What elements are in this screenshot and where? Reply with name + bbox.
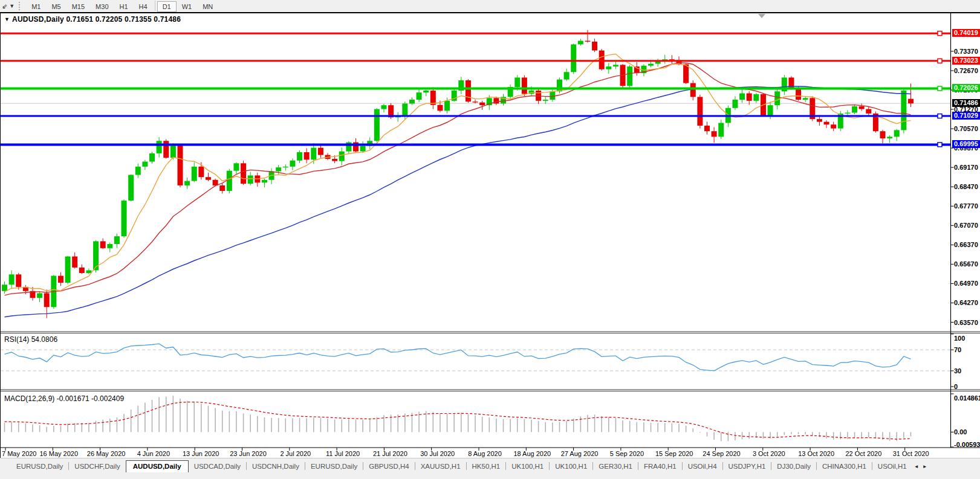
top-toolbar: ⇙ ▼ M1M5M15M30H1H4D1W1MN [0,0,980,13]
price-tick-label: 0.73370 [954,48,978,55]
price-tick-label: 0.65670 [954,260,978,268]
symbol-caret-icon[interactable]: ▼ [4,16,10,22]
tab-usdcnh-daily[interactable]: USDCNH,Daily [247,461,305,473]
date-label: 21 Jul 2020 [366,450,414,457]
macd-tick-label: -0.005938 [954,441,980,448]
tab-china300-h1[interactable]: CHINA300,H1 [817,461,872,473]
rsi-tick-label: 70 [954,346,961,353]
rsi-tick-label: 0 [954,383,958,390]
chart-window[interactable]: ▼AUDUSD,Daily 0.71651 0.72205 0.71355 0.… [0,12,980,459]
date-label: 18 Aug 2020 [508,450,556,457]
date-label: 27 Aug 2020 [556,450,604,457]
timeframe-button-m15[interactable]: M15 [67,1,90,12]
timeframe-button-h4[interactable]: H4 [134,1,153,12]
timeframe-button-d1[interactable]: D1 [157,1,177,12]
tab-usoil-h1[interactable]: USOil,H1 [872,461,912,473]
date-label: 4 Jun 2020 [129,450,178,457]
date-label: 11 Jul 2020 [319,450,367,457]
tab-hk50-h1[interactable]: HK50,H1 [467,461,506,473]
date-label: 13 Jun 2020 [177,450,225,457]
chart-header: ▼AUDUSD,Daily 0.71651 0.72205 0.71355 0.… [4,15,181,24]
timeframe-button-m1[interactable]: M1 [26,1,46,12]
cursor-tool-icon[interactable]: ⇙ [2,1,7,11]
chart-shift-marker-icon [758,14,765,18]
rsi-tick-label: 100 [954,335,965,342]
rsi-pane [1,344,950,371]
tab-eurusd-daily[interactable]: EURUSD,Daily [11,461,68,473]
price-tick-label: 0.70570 [954,125,978,132]
tab-audusd-daily[interactable]: AUDUSD,Daily [126,460,189,474]
date-label: 13 Oct 2020 [792,450,840,457]
date-label: 31 Oct 2020 [887,450,935,457]
toolbar-divider [155,1,155,11]
tab-ger30-h1[interactable]: GER30,H1 [593,461,638,473]
tool-dropdown-caret-icon[interactable]: ▼ [9,3,15,9]
toolbar-grip[interactable] [19,2,22,10]
date-label: 2 Jul 2020 [271,450,320,457]
price-tick-label: 0.64270 [954,299,978,306]
timeframe-button-mn[interactable]: MN [197,1,218,12]
tab-uk100-h1[interactable]: UK100,H1 [506,461,549,473]
timeframe-button-h1[interactable]: H1 [114,1,134,12]
price-tick-label: 0.72670 [954,67,978,74]
tab-usdchf-daily[interactable]: USDCHF,Daily [69,461,125,473]
date-label: 24 Sep 2020 [698,450,746,457]
main-price-pane [1,30,950,318]
macd-tick-label: 0.00 [954,428,967,436]
tab-gbpusd-h4[interactable]: GBPUSD,H4 [363,461,414,473]
timeframe-button-m30[interactable]: M30 [90,1,114,12]
candles-layer [2,30,913,318]
tab-scroll-left-icon[interactable]: ◄ [912,464,921,473]
pane-frame [1,13,980,451]
date-label: 23 Jun 2020 [224,450,273,457]
current-price-chip: 0.71486 [952,99,980,107]
price-tick-label: 0.69170 [954,164,978,171]
date-label: 16 May 2020 [34,450,83,457]
level-price-chip: 0.71029 [952,112,980,120]
date-label: 30 Jul 2020 [414,450,462,457]
date-label: 15 Sep 2020 [650,450,698,457]
chart-header-text: AUDUSD,Daily 0.71651 0.72205 0.71355 0.7… [12,15,181,24]
tab-usdcad-daily[interactable]: USDCAD,Daily [189,461,246,473]
level-price-chip: 0.69995 [952,140,980,148]
price-chart-canvas[interactable] [1,13,980,460]
ma-50-line [5,86,911,317]
tab-scroll-right-icon[interactable]: ► [921,464,929,473]
date-label: 5 Sep 2020 [603,450,651,457]
tab-xauusd-h1[interactable]: XAUUSD,H1 [415,461,466,473]
date-label: 3 Oct 2020 [745,450,793,457]
macd-indicator-label: MACD(12,26,9) -0.001671 -0.002409 [4,394,124,403]
date-label: 22 Oct 2020 [839,450,888,457]
tab-usoil-h4[interactable]: USOil,H4 [683,461,722,473]
tab-eurusd-daily[interactable]: EURUSD,Daily [305,461,363,473]
date-label: 8 Aug 2020 [461,450,509,457]
timeframe-button-m5[interactable]: M5 [46,1,66,12]
price-tick-label: 0.68470 [954,183,978,190]
chart-tab-bar: EURUSD,DailyUSDCHF,DailyAUDUSD,DailyUSDC… [0,458,980,473]
date-label: 26 May 2020 [82,450,131,457]
rsi-tick-label: 30 [954,367,961,375]
status-strip [0,472,980,479]
price-tick-label: 0.66370 [954,241,978,248]
price-tick-label: 0.67770 [954,202,978,210]
rsi-indicator-label: RSI(14) 54.0806 [4,335,57,344]
price-tick-label: 0.67070 [954,222,978,229]
timeframe-button-w1[interactable]: W1 [177,1,198,12]
price-tick-label: 0.63570 [954,319,978,326]
macd-tick-label: 0.014861 [954,394,980,402]
price-tick-label: 0.64970 [954,280,978,287]
level-price-chip: 0.74019 [952,29,980,37]
level-price-chip: 0.72026 [952,84,980,92]
tab-dj30-daily[interactable]: DJ30,Daily [771,461,816,473]
macd-pane [5,396,911,441]
tab-fra40-h1[interactable]: FRA40,H1 [638,461,682,473]
tab-uk100-h1[interactable]: UK100,H1 [550,461,592,473]
horizontal-level-lines [1,31,950,147]
tab-usdjpy-h1[interactable]: USDJPY,H1 [723,461,771,473]
level-price-chip: 0.73023 [952,57,980,65]
timeframe-button-group: M1M5M15M30H1H4D1W1MN [26,1,218,11]
